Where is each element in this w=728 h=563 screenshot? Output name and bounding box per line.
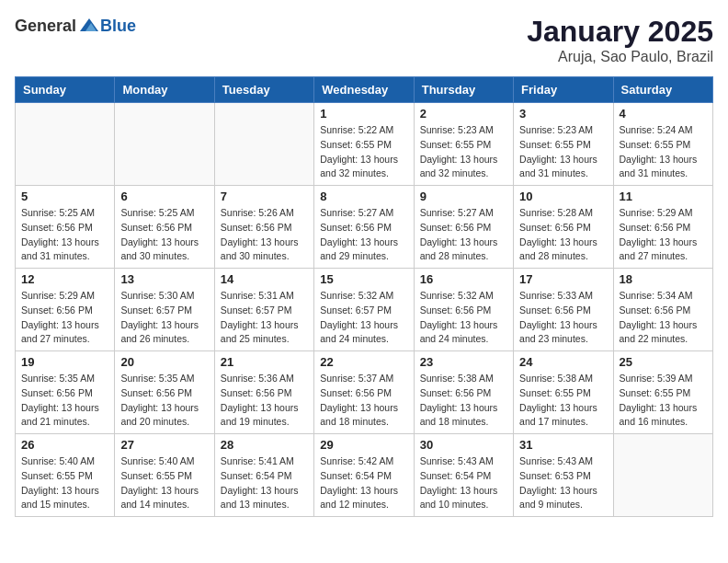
day-info: Sunrise: 5:31 AM Sunset: 6:57 PM Dayligh…	[221, 289, 308, 347]
table-row: 23Sunrise: 5:38 AM Sunset: 6:56 PM Dayli…	[414, 351, 513, 434]
table-row: 7Sunrise: 5:26 AM Sunset: 6:56 PM Daylig…	[214, 186, 313, 269]
day-number: 17	[519, 272, 607, 286]
day-number: 15	[320, 272, 407, 286]
day-info: Sunrise: 5:28 AM Sunset: 6:56 PM Dayligh…	[519, 206, 607, 264]
calendar-week-2: 5Sunrise: 5:25 AM Sunset: 6:56 PM Daylig…	[16, 186, 713, 269]
day-info: Sunrise: 5:23 AM Sunset: 6:55 PM Dayligh…	[519, 123, 607, 181]
table-row: 10Sunrise: 5:28 AM Sunset: 6:56 PM Dayli…	[514, 186, 613, 269]
day-info: Sunrise: 5:42 AM Sunset: 6:54 PM Dayligh…	[320, 454, 407, 512]
day-info: Sunrise: 5:27 AM Sunset: 6:56 PM Dayligh…	[320, 206, 407, 264]
day-number: 19	[21, 355, 108, 369]
day-number: 28	[221, 438, 308, 452]
day-info: Sunrise: 5:24 AM Sunset: 6:55 PM Dayligh…	[620, 123, 707, 181]
day-info: Sunrise: 5:32 AM Sunset: 6:56 PM Dayligh…	[420, 289, 507, 347]
logo-icon	[78, 15, 100, 37]
table-row: 31Sunrise: 5:43 AM Sunset: 6:53 PM Dayli…	[514, 434, 613, 517]
day-number: 10	[519, 190, 607, 203]
day-info: Sunrise: 5:34 AM Sunset: 6:56 PM Dayligh…	[620, 289, 707, 347]
day-info: Sunrise: 5:25 AM Sunset: 6:56 PM Dayligh…	[120, 206, 208, 264]
table-row	[613, 434, 712, 517]
table-row: 16Sunrise: 5:32 AM Sunset: 6:56 PM Dayli…	[414, 269, 513, 351]
header-saturday: Saturday	[613, 77, 712, 103]
table-row: 26Sunrise: 5:40 AM Sunset: 6:55 PM Dayli…	[16, 434, 115, 517]
header-sunday: Sunday	[16, 77, 115, 103]
page-header: General Blue January 2025 Aruja, Sao Pau…	[15, 15, 713, 65]
day-number: 5	[21, 190, 108, 203]
header-monday: Monday	[115, 77, 214, 103]
title-block: January 2025 Aruja, Sao Paulo, Brazil	[527, 15, 713, 65]
day-number: 16	[420, 272, 507, 286]
day-number: 1	[320, 107, 407, 121]
table-row: 9Sunrise: 5:27 AM Sunset: 6:56 PM Daylig…	[414, 186, 513, 269]
day-info: Sunrise: 5:27 AM Sunset: 6:56 PM Dayligh…	[420, 206, 507, 264]
day-info: Sunrise: 5:43 AM Sunset: 6:54 PM Dayligh…	[420, 454, 507, 512]
day-number: 9	[420, 190, 507, 203]
day-info: Sunrise: 5:23 AM Sunset: 6:55 PM Dayligh…	[420, 123, 507, 181]
table-row: 2Sunrise: 5:23 AM Sunset: 6:55 PM Daylig…	[414, 103, 513, 186]
day-info: Sunrise: 5:38 AM Sunset: 6:56 PM Dayligh…	[420, 372, 507, 430]
day-info: Sunrise: 5:32 AM Sunset: 6:57 PM Dayligh…	[320, 289, 407, 347]
logo-general: General	[15, 17, 76, 36]
day-info: Sunrise: 5:38 AM Sunset: 6:55 PM Dayligh…	[519, 372, 607, 430]
table-row: 27Sunrise: 5:40 AM Sunset: 6:55 PM Dayli…	[115, 434, 214, 517]
day-info: Sunrise: 5:25 AM Sunset: 6:56 PM Dayligh…	[21, 206, 108, 264]
header-tuesday: Tuesday	[214, 77, 313, 103]
day-number: 12	[21, 272, 108, 286]
day-info: Sunrise: 5:40 AM Sunset: 6:55 PM Dayligh…	[21, 454, 108, 512]
day-number: 24	[519, 355, 607, 369]
logo: General Blue	[15, 15, 136, 37]
day-number: 18	[620, 272, 707, 286]
day-info: Sunrise: 5:33 AM Sunset: 6:56 PM Dayligh…	[519, 289, 607, 347]
table-row: 21Sunrise: 5:36 AM Sunset: 6:56 PM Dayli…	[214, 351, 313, 434]
day-number: 23	[420, 355, 507, 369]
day-info: Sunrise: 5:39 AM Sunset: 6:55 PM Dayligh…	[620, 372, 707, 430]
calendar-week-5: 26Sunrise: 5:40 AM Sunset: 6:55 PM Dayli…	[16, 434, 713, 517]
calendar-week-1: 1Sunrise: 5:22 AM Sunset: 6:55 PM Daylig…	[16, 103, 713, 186]
day-info: Sunrise: 5:30 AM Sunset: 6:57 PM Dayligh…	[120, 289, 208, 347]
calendar-table: Sunday Monday Tuesday Wednesday Thursday…	[15, 76, 713, 517]
day-number: 4	[620, 107, 707, 121]
table-row: 8Sunrise: 5:27 AM Sunset: 6:56 PM Daylig…	[314, 186, 414, 269]
month-title: January 2025	[527, 15, 713, 49]
day-info: Sunrise: 5:37 AM Sunset: 6:56 PM Dayligh…	[320, 372, 407, 430]
day-info: Sunrise: 5:35 AM Sunset: 6:56 PM Dayligh…	[21, 372, 108, 430]
table-row: 18Sunrise: 5:34 AM Sunset: 6:56 PM Dayli…	[613, 269, 712, 351]
day-number: 20	[120, 355, 208, 369]
day-number: 11	[620, 190, 707, 203]
table-row: 30Sunrise: 5:43 AM Sunset: 6:54 PM Dayli…	[414, 434, 513, 517]
table-row: 25Sunrise: 5:39 AM Sunset: 6:55 PM Dayli…	[613, 351, 712, 434]
day-number: 3	[519, 107, 607, 121]
day-number: 25	[620, 355, 707, 369]
table-row	[214, 103, 313, 186]
day-info: Sunrise: 5:36 AM Sunset: 6:56 PM Dayligh…	[221, 372, 308, 430]
day-number: 8	[320, 190, 407, 203]
table-row: 4Sunrise: 5:24 AM Sunset: 6:55 PM Daylig…	[613, 103, 712, 186]
table-row: 24Sunrise: 5:38 AM Sunset: 6:55 PM Dayli…	[514, 351, 613, 434]
day-number: 7	[221, 190, 308, 203]
header-friday: Friday	[514, 77, 613, 103]
calendar-week-3: 12Sunrise: 5:29 AM Sunset: 6:56 PM Dayli…	[16, 269, 713, 351]
table-row: 3Sunrise: 5:23 AM Sunset: 6:55 PM Daylig…	[514, 103, 613, 186]
table-row	[115, 103, 214, 186]
table-row: 14Sunrise: 5:31 AM Sunset: 6:57 PM Dayli…	[214, 269, 313, 351]
table-row: 17Sunrise: 5:33 AM Sunset: 6:56 PM Dayli…	[514, 269, 613, 351]
day-number: 29	[320, 438, 407, 452]
day-number: 27	[120, 438, 208, 452]
day-info: Sunrise: 5:43 AM Sunset: 6:53 PM Dayligh…	[519, 454, 607, 512]
day-info: Sunrise: 5:22 AM Sunset: 6:55 PM Dayligh…	[320, 123, 407, 181]
day-info: Sunrise: 5:26 AM Sunset: 6:56 PM Dayligh…	[221, 206, 308, 264]
table-row: 19Sunrise: 5:35 AM Sunset: 6:56 PM Dayli…	[16, 351, 115, 434]
day-number: 31	[519, 438, 607, 452]
day-number: 6	[120, 190, 208, 203]
day-number: 26	[21, 438, 108, 452]
table-row	[16, 103, 115, 186]
logo-blue: Blue	[100, 17, 136, 36]
day-number: 21	[221, 355, 308, 369]
calendar-week-4: 19Sunrise: 5:35 AM Sunset: 6:56 PM Dayli…	[16, 351, 713, 434]
header-thursday: Thursday	[414, 77, 513, 103]
table-row: 6Sunrise: 5:25 AM Sunset: 6:56 PM Daylig…	[115, 186, 214, 269]
day-number: 22	[320, 355, 407, 369]
location-title: Aruja, Sao Paulo, Brazil	[527, 49, 713, 65]
day-info: Sunrise: 5:40 AM Sunset: 6:55 PM Dayligh…	[120, 454, 208, 512]
table-row: 13Sunrise: 5:30 AM Sunset: 6:57 PM Dayli…	[115, 269, 214, 351]
